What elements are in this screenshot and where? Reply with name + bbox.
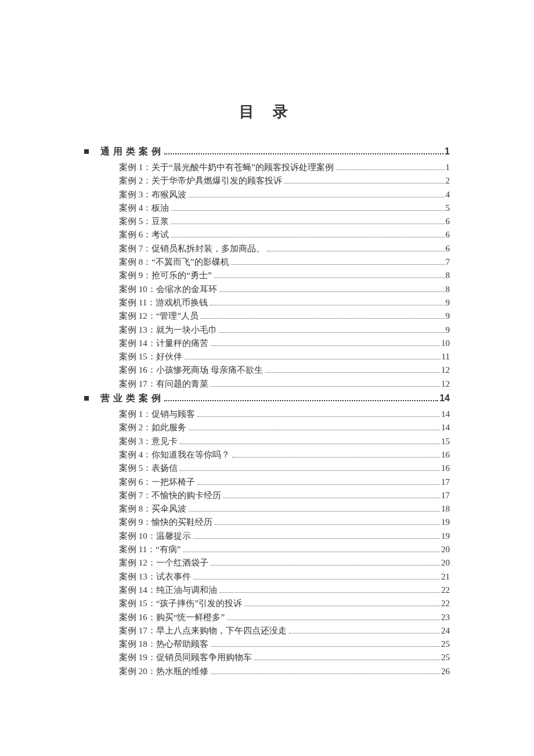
entry-page: 23 [441,611,450,624]
entry-label: 案例 11：“有病” [119,543,181,556]
toc-section: 营业类案例14案例 1：促销与顾客14案例 2：如此服务14案例 3：意见卡15… [84,392,450,678]
toc-entry: 案例 3：布猴风波4 [84,188,450,201]
entry-label: 案例 14：计量秤的痛苦 [119,337,208,350]
entry-page: 2 [446,174,450,188]
entry-label: 案例 9：抢可乐的“勇士” [119,269,212,282]
dot-leader [267,251,444,251]
toc-entry: 案例 4：你知道我在等你吗？16 [84,448,450,462]
entry-label: 案例 1：促销与顾客 [119,408,195,421]
entry-page: 8 [446,283,450,296]
dot-leader [214,278,445,278]
toc-entry: 案例 8：买伞风波18 [84,502,450,516]
toc-section-header: 营业类案例14 [84,392,450,405]
entry-label: 案例 7：不愉快的购卡经历 [119,489,221,502]
entry-label: 案例 6：一把坏椅子 [119,476,195,489]
dot-leader [289,633,440,633]
toc-entry: 案例 3：意见卡15 [84,435,450,448]
entry-label: 案例 20：热水瓶的维修 [119,665,208,678]
entry-page: 19 [441,516,450,529]
toc-entry: 案例 11：游戏机币换钱9 [84,296,450,309]
toc-entry: 案例 5：豆浆6 [84,215,450,228]
toc-entry: 案例 14：计量秤的痛苦10 [84,337,450,350]
entry-label: 案例 19：促销员同顾客争用购物车 [119,651,252,664]
toc-entry: 案例 1：促销与顾客14 [84,408,450,421]
toc-entry: 案例 7：促销员私拆封装，多加商品。6 [84,242,450,255]
entry-page: 14 [441,421,450,434]
toc-entry: 案例 13：就为一块小毛巾9 [84,323,450,337]
dot-leader [189,511,440,512]
entry-label: 案例 10：温馨提示 [119,530,191,543]
dot-leader [201,318,444,319]
entry-page: 19 [441,530,450,543]
entry-label: 案例 16：购买“统一鲜橙多” [119,611,225,624]
entry-page: 14 [441,408,450,421]
toc-entry: 案例 2：关于华帝炉具燃爆引发的顾客投诉2 [84,174,450,188]
section-page: 1 [445,145,450,158]
entry-label: 案例 17：早上八点来购物，下午四点还没走 [119,624,287,638]
entry-page: 1 [446,161,450,174]
entry-label: 案例 15：好伙伴 [119,350,182,363]
dot-leader [211,674,440,674]
toc-title: 目 录 [84,102,450,122]
entry-page: 22 [441,597,450,610]
entry-label: 案例 10：会缩水的金耳环 [119,283,217,296]
entry-page: 20 [441,543,450,556]
entry-label: 案例 3：意见卡 [119,435,178,448]
toc-section: 通用类案例1案例 1：关于“晨光酸牛奶中有苍蝇”的顾客投诉处理案例1案例 2：关… [84,145,450,391]
entry-label: 案例 2：如此服务 [119,421,186,434]
dot-leader [189,430,440,430]
dot-leader [232,264,445,265]
toc-entry: 案例 17：早上八点来购物，下午四点还没走24 [84,624,450,638]
entry-page: 6 [446,215,450,228]
dot-leader [189,197,444,197]
entry-label: 案例 17：有问题的青菜 [119,377,208,391]
dot-leader [232,457,440,458]
entry-label: 案例 7：促销员私拆封装，多加商品。 [119,242,265,255]
dot-leader [265,372,441,373]
dot-leader [193,538,440,539]
toc-entry: 案例 17：有问题的青菜12 [84,377,450,391]
dot-leader [215,524,440,525]
entry-page: 10 [441,337,450,350]
entry-label: 案例 9：愉快的买鞋经历 [119,516,212,529]
toc-entry: 案例 9：抢可乐的“勇士”8 [84,269,450,282]
toc-entry: 案例 13：试衣事件21 [84,570,450,584]
toc-entry: 案例 20：热水瓶的维修26 [84,665,450,678]
toc-entry: 案例 2：如此服务14 [84,421,450,434]
entry-page: 6 [446,242,450,255]
dot-leader [219,291,445,292]
toc-entry: 案例 19：促销员同顾客争用购物车25 [84,651,450,664]
entry-page: 12 [441,363,450,377]
toc-entry: 案例 18：热心帮助顾客25 [84,638,450,651]
entry-page: 9 [446,309,450,323]
entry-label: 案例 18：热心帮助顾客 [119,638,208,651]
entry-page: 24 [441,624,450,638]
square-bullet-icon [84,396,89,401]
toc-entry: 案例 9：愉快的买鞋经历19 [84,516,450,529]
dot-leader [227,620,440,620]
dot-leader [211,345,440,346]
toc-entry: 案例 4：板油5 [84,201,450,215]
toc-entry: 案例 10：温馨提示19 [84,530,450,543]
toc-section-header: 通用类案例1 [84,145,450,158]
dot-leader [254,660,440,660]
dot-leader [193,579,440,579]
toc-entry: 案例 7：不愉快的购卡经历17 [84,489,450,502]
entry-label: 案例 13：就为一块小毛巾 [119,323,217,337]
entry-page: 7 [446,255,450,269]
dot-leader [211,565,440,566]
entry-label: 案例 12：一个红酒袋子 [119,556,208,570]
entry-label: 案例 8：买伞风波 [119,502,186,516]
toc-entry: 案例 15：好伙伴11 [84,350,450,363]
dot-leader [197,416,440,417]
dot-leader [223,498,440,498]
entry-label: 案例 11：游戏机币换钱 [119,296,208,309]
toc-entry: 案例 5：表扬信16 [84,462,450,475]
entry-label: 案例 4：你知道我在等你吗？ [119,448,230,462]
toc-entry: 案例 14：纯正油与调和油22 [84,584,450,597]
entry-page: 21 [441,570,450,584]
entry-label: 案例 8：“不翼而飞”的影碟机 [119,255,229,269]
square-bullet-icon [84,149,89,154]
entry-page: 16 [441,462,450,475]
entry-page: 25 [441,651,450,664]
